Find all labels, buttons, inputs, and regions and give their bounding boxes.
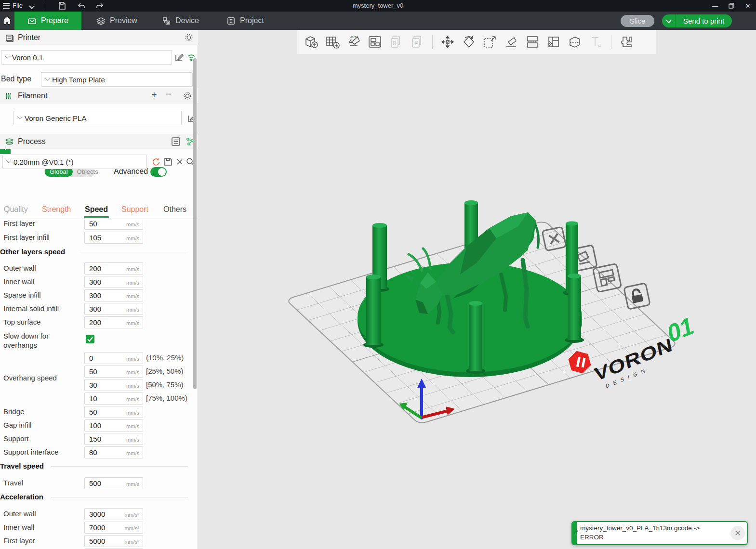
svg-text:P: P [414,39,419,47]
toolbar-divider [611,35,611,49]
home-button[interactable] [0,12,14,30]
printer-preset-select[interactable]: Voron 0.1 [1,50,172,65]
tab-preview[interactable]: Preview [88,12,146,30]
close-button[interactable]: ✕ [740,0,756,12]
filament-preset-select[interactable]: Voron Generic PLA [13,111,182,125]
rotate-icon[interactable] [460,33,478,51]
slice-button[interactable]: Slice [621,15,654,27]
tab-device[interactable]: Device [153,12,208,30]
title-bar: File mystery_tower_v0 — ✕ [0,0,756,12]
tab-others[interactable]: Others [163,205,186,214]
value-input[interactable]: 30mm/s [84,379,143,391]
minimize-button[interactable]: — [707,0,723,12]
lock-plate-icon[interactable] [624,283,650,310]
tab-strength[interactable]: Strength [42,205,71,214]
value-input[interactable]: 0mm/s [84,352,143,364]
value-input[interactable]: 105mm/s [84,232,143,244]
process-section-title: Process [18,137,46,146]
setting-row: Sparse infill 300mm/s [0,289,193,302]
add-object-icon[interactable] [302,33,320,51]
scope-objects-button[interactable]: Objects [73,168,102,175]
add-filament-icon[interactable]: + [151,90,157,101]
split-to-parts-icon[interactable] [544,33,563,51]
setting-row: 0mm/s (10%, 25%) [0,352,193,365]
split-to-objects-icon[interactable] [523,33,542,51]
value-input[interactable]: 50mm/s [84,220,143,230]
file-menu[interactable]: File [13,2,23,9]
setting-row: Travel 500mm/s [0,477,193,490]
filament-settings-gear-icon[interactable] [183,92,192,100]
filament-preset-value: Voron Generic PLA [25,114,86,122]
tab-quality[interactable]: Quality [4,205,28,214]
undo-icon[interactable] [77,1,86,10]
delete-preset-icon[interactable] [175,157,185,167]
value-input[interactable]: 3000mm/s² [84,508,143,520]
bed-type-value: High Temp Plate [52,76,105,84]
send-options-chevron[interactable] [662,14,676,27]
tab-prepare[interactable]: Prepare [14,12,81,30]
help-icon[interactable]: ? [575,529,578,535]
save-preset-icon[interactable] [163,157,173,167]
tab-support[interactable]: Support [121,205,148,214]
value-input[interactable]: 50mm/s [84,406,143,418]
value-input[interactable]: 50mm/s [84,366,143,378]
section-other-layers-speed: Other layers speed [0,248,193,256]
send-to-print-button[interactable]: Send to print [676,14,732,27]
value-input[interactable]: 7000mm/s² [84,522,143,534]
paste-icon[interactable]: P [408,33,426,51]
remove-filament-icon[interactable]: − [166,89,172,100]
auto-orient-icon[interactable]: AUTO [345,33,363,51]
value-input[interactable]: 150mm/s [84,433,143,445]
value-input[interactable]: 10mm/s [84,392,143,405]
edit-printer-icon[interactable] [174,52,184,62]
reset-preset-icon[interactable] [151,157,161,167]
tab-project[interactable]: Project [218,12,273,30]
value-input[interactable]: 500mm/s [84,477,143,489]
file-menu-chevron-icon[interactable] [29,3,34,9]
copy-icon[interactable]: 0 [387,33,405,51]
arrange-icon[interactable] [366,33,384,51]
value-input[interactable]: 200mm/s [84,316,143,328]
setting-row: Outer wall 3000mm/s² [0,508,193,521]
tab-speed[interactable]: Speed [85,205,108,214]
titlebar-divider [46,1,46,11]
maximize-button[interactable] [723,0,740,12]
cut-icon[interactable] [566,33,584,51]
lay-on-face-icon[interactable] [502,33,520,51]
value-input[interactable]: 300mm/s [84,276,143,288]
sidebar-panel: Printer Voron 0.1 Bed type High Temp Pla… [0,30,198,549]
setting-row: Support 150mm/s [0,432,193,446]
text-tool-icon[interactable]: a [587,33,605,51]
notification-close-icon[interactable]: ✕ [730,526,745,540]
add-plate-icon[interactable] [323,33,342,51]
settings-list-icon[interactable] [171,137,181,146]
process-preset-select[interactable]: 0.20mm @V0.1 (*) [2,155,147,169]
assembly-view-icon[interactable] [617,33,636,51]
slow-down-overhangs-label: Slow down for overhangs [3,331,80,350]
printer-settings-gear-icon[interactable] [185,33,193,42]
value-input[interactable]: 300mm/s [84,303,143,315]
setting-row: 30mm/s [50%, 75%) [0,379,193,392]
value-input[interactable]: 200mm/s [84,262,143,274]
setting-row: First layer infill 105mm/s [0,231,193,245]
toolbar-divider [432,35,433,49]
slow-down-overhangs-checkbox[interactable] [86,335,94,343]
process-icon [5,137,14,146]
hamburger-menu-icon[interactable] [3,3,10,9]
svg-text:0: 0 [393,39,396,47]
advanced-toggle[interactable] [150,167,167,177]
svg-text:AUTO: AUTO [350,36,358,39]
save-icon[interactable] [58,1,66,10]
value-input[interactable]: 300mm/s [84,289,143,301]
value-input[interactable]: 80mm/s [84,446,143,458]
redo-icon[interactable] [95,1,104,10]
settings-scrollbar[interactable] [193,58,197,389]
speed-settings-list: First layer 50mm/s First layer infill 10… [0,220,198,549]
main-tab-bar: Prepare Preview Device Project Slice Sen… [0,12,756,30]
value-input[interactable]: 5000mm/s² [84,535,143,547]
scale-icon[interactable] [481,33,499,51]
move-icon[interactable] [438,33,457,51]
value-input[interactable]: 100mm/s [84,419,143,431]
bed-type-select[interactable]: High Temp Plate [41,72,193,87]
viewport-3d[interactable]: VORON DESIGN 01 AUTO 0 P a [199,30,756,549]
